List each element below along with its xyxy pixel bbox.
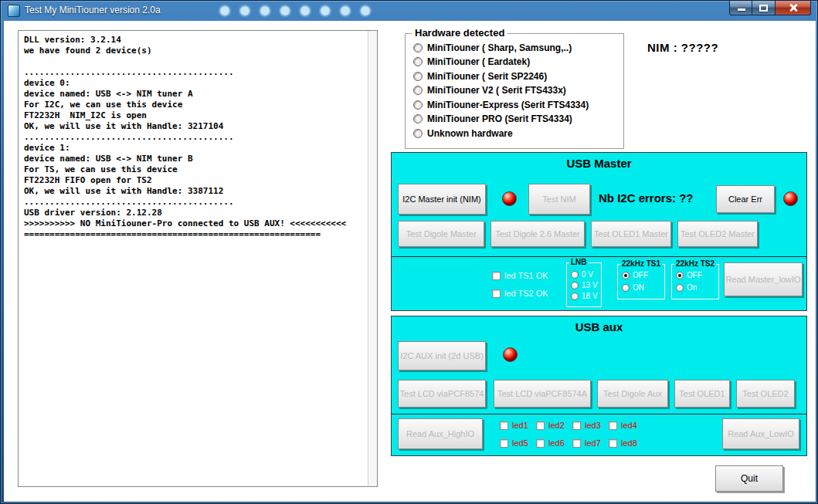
- 22khz-ts2-title: 22kHz TS2: [674, 259, 716, 268]
- radio-icon[interactable]: [571, 271, 579, 279]
- test-oled2-button[interactable]: Test OLED2: [736, 380, 795, 408]
- led3-checkbox[interactable]: led3: [572, 421, 601, 430]
- i2c-master-init-button[interactable]: I2C Master init (NIM): [398, 184, 486, 215]
- led4-label: led4: [621, 421, 637, 430]
- hardware-option-eardatek[interactable]: MiniTiouner ( Eardatek): [413, 56, 589, 68]
- hardware-option-serit-sp2246[interactable]: MiniTiouner ( Serit SP2246): [413, 70, 589, 82]
- led3-label: led3: [585, 421, 601, 430]
- hardware-option-v2[interactable]: MiniTiouner V2 ( Serit FTS433x): [413, 85, 589, 96]
- checkbox-icon[interactable]: [492, 272, 501, 280]
- i2c-aux-init-button[interactable]: I2C AUX init (2d USB): [398, 341, 486, 370]
- led2-checkbox[interactable]: led2: [536, 421, 565, 430]
- led7-checkbox[interactable]: led7: [572, 438, 601, 448]
- quit-button[interactable]: Quit: [715, 465, 783, 492]
- hardware-option-express[interactable]: MiniTiouner-Express (Serit FTS4334): [413, 99, 589, 110]
- led7-label: led7: [585, 438, 601, 448]
- clear-err-button[interactable]: Clear Err: [716, 185, 775, 213]
- app-window: Test My MiniTiouner version 2.0a DLL ver…: [0, 0, 818, 504]
- usb-master-panel: USB Master I2C Master init (NIM) Test NI…: [391, 152, 807, 311]
- minimize-button[interactable]: [729, 1, 752, 15]
- hardware-option-label: MiniTiouner ( Serit SP2246): [427, 71, 547, 82]
- checkbox-icon[interactable]: [609, 439, 617, 448]
- radio-icon[interactable]: [622, 272, 630, 279]
- lnb-13v-radio[interactable]: 13 V: [571, 280, 601, 290]
- test-digole-26-master-button[interactable]: Test Digole 2.6 Master: [490, 221, 585, 247]
- close-icon: [789, 3, 798, 12]
- lnb-13v-label: 13 V: [582, 281, 598, 289]
- client-area: DLL version: 3.2.14 we have found 2 devi…: [4, 21, 816, 502]
- radio-icon[interactable]: [413, 86, 423, 95]
- radio-icon[interactable]: [413, 43, 423, 52]
- radio-icon[interactable]: [413, 129, 423, 138]
- radio-icon[interactable]: [413, 100, 423, 110]
- titlebar[interactable]: Test My MiniTiouner version 2.0a: [1, 1, 817, 21]
- 22khz-ts1-off-radio[interactable]: OFF: [622, 270, 664, 280]
- maximize-button[interactable]: [752, 1, 775, 15]
- led-ts2-ok-checkbox[interactable]: led TS2 OK: [492, 289, 548, 298]
- usb-aux-panel: USB aux I2C AUX init (2d USB) Test LCD v…: [391, 316, 807, 456]
- hardware-option-pro[interactable]: MiniTiouner PRO (Serit FTS4334): [413, 113, 589, 125]
- led-ts2-ok-label: led TS2 OK: [504, 289, 548, 298]
- lnb-18v-label: 18 V: [582, 292, 598, 300]
- lnb-group-title: LNB: [569, 258, 589, 266]
- log-scrollbar[interactable]: [368, 31, 377, 486]
- 22khz-ts2-on-radio[interactable]: On: [676, 282, 718, 293]
- checkbox-icon[interactable]: [536, 421, 545, 430]
- checkbox-icon[interactable]: [492, 289, 501, 298]
- hardware-option-sharp[interactable]: MiniTiouner ( Sharp, Samsung,..): [413, 42, 589, 53]
- led8-checkbox[interactable]: led8: [609, 438, 637, 448]
- led1-checkbox[interactable]: led1: [500, 421, 528, 430]
- checkbox-icon[interactable]: [609, 421, 617, 430]
- hardware-option-label: MiniTiouner-Express (Serit FTS4334): [427, 100, 589, 110]
- test-oled1-button[interactable]: Test OLED1: [674, 380, 730, 408]
- close-button[interactable]: [775, 1, 811, 15]
- led5-checkbox[interactable]: led5: [500, 438, 528, 448]
- test-oled1-master-button[interactable]: Test OLED1 Master: [591, 221, 671, 247]
- log-console[interactable]: DLL version: 3.2.14 we have found 2 devi…: [18, 30, 378, 487]
- lnb-0v-radio[interactable]: 0 V: [571, 269, 601, 279]
- test-digole-aux-button[interactable]: Test Digole Aux: [597, 380, 668, 408]
- 22khz-ts2-off-radio[interactable]: OFF: [676, 270, 718, 280]
- hardware-option-label: MiniTiouner ( Eardatek): [427, 56, 530, 67]
- test-lcd-pcf8574a-button[interactable]: Test LCD viaPCF8574A: [494, 380, 591, 408]
- hardware-option-label: MiniTiouner ( Sharp, Samsung,..): [427, 42, 572, 53]
- lnb-18v-radio[interactable]: 18 V: [571, 291, 601, 301]
- checkbox-icon[interactable]: [536, 439, 545, 448]
- radio-icon[interactable]: [571, 282, 579, 289]
- led2-label: led2: [548, 421, 565, 430]
- test-lcd-pcf8574-button[interactable]: Test LCD viaPCF8574: [398, 380, 486, 408]
- radio-icon[interactable]: [413, 72, 423, 81]
- hardware-option-label: Unknown hardware: [427, 128, 513, 139]
- titlebar-decoration: [216, 3, 376, 19]
- led6-checkbox[interactable]: led6: [536, 438, 565, 448]
- radio-icon[interactable]: [622, 284, 630, 292]
- led4-checkbox[interactable]: led4: [609, 421, 637, 430]
- radio-icon[interactable]: [676, 284, 684, 292]
- led1-label: led1: [512, 421, 528, 430]
- led-ts1-ok-checkbox[interactable]: led TS1 OK: [492, 271, 548, 280]
- app-icon: [8, 5, 20, 17]
- minimize-icon: [738, 8, 745, 11]
- test-digole-master-button[interactable]: Test Digole Master: [398, 221, 484, 247]
- radio-icon[interactable]: [676, 272, 684, 279]
- 22khz-ts1-on-radio[interactable]: ON: [622, 282, 664, 293]
- test-oled2-master-button[interactable]: Test OLED2 Master: [677, 221, 758, 247]
- read-master-lowio-button[interactable]: Read Master_lowIO: [724, 262, 803, 296]
- radio-icon[interactable]: [413, 114, 423, 123]
- nim-status-label: NIM : ?????: [647, 41, 718, 54]
- 22khz-ts1-title: 22kHz TS1: [620, 259, 662, 268]
- hardware-options: MiniTiouner ( Sharp, Samsung,..) MiniTio…: [413, 42, 589, 139]
- read-aux-highio-button[interactable]: Read Aux_HighIO: [398, 418, 483, 449]
- checkbox-icon[interactable]: [500, 421, 508, 430]
- lnb-group: LNB 0 V 13 V 18 V: [566, 262, 602, 307]
- radio-icon[interactable]: [571, 293, 579, 300]
- test-nim-button[interactable]: Test NIM: [528, 184, 590, 215]
- read-aux-lowio-button[interactable]: Read Aux_LowIO: [722, 418, 799, 449]
- i2c-master-status-led: [502, 191, 517, 206]
- checkbox-icon[interactable]: [500, 439, 508, 448]
- checkbox-icon[interactable]: [572, 421, 581, 430]
- hardware-option-unknown[interactable]: Unknown hardware: [413, 127, 589, 139]
- radio-icon[interactable]: [413, 57, 423, 66]
- lnb-0v-label: 0 V: [582, 270, 593, 279]
- checkbox-icon[interactable]: [572, 439, 581, 448]
